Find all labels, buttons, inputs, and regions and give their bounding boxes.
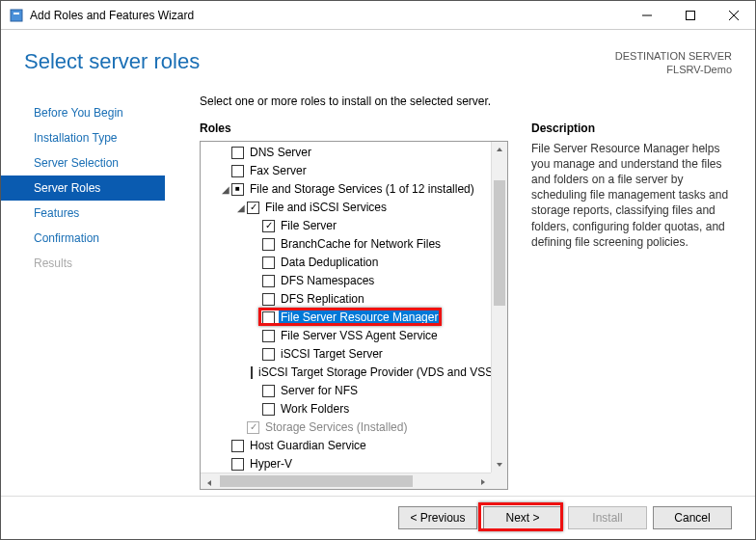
collapse-icon[interactable]: ◢: [235, 202, 247, 213]
checkbox[interactable]: [262, 293, 275, 306]
collapse-icon[interactable]: ◢: [220, 184, 231, 195]
footer: < Previous Next > Install Cancel: [1, 496, 755, 539]
checkbox[interactable]: [231, 440, 244, 452]
tree-node[interactable]: ◢File and iSCSI Services: [201, 199, 491, 217]
checkbox[interactable]: [231, 183, 244, 196]
install-button: Install: [568, 506, 647, 529]
tree-node-label[interactable]: iSCSI Target Server: [279, 347, 385, 361]
tree-node[interactable]: Server for NFS: [201, 382, 491, 400]
tree-node-label[interactable]: Server for NFS: [279, 384, 360, 397]
tree-node-label[interactable]: DFS Replication: [279, 292, 366, 306]
checkbox[interactable]: [247, 202, 259, 214]
app-icon: [9, 8, 24, 23]
step-installation-type[interactable]: Installation Type: [1, 125, 165, 150]
tree-node[interactable]: DNS Server: [201, 144, 491, 162]
instruction-text: Select one or more roles to install on t…: [200, 94, 732, 108]
roles-tree[interactable]: DNS ServerFax Server◢File and Storage Se…: [201, 142, 491, 472]
destination-label: DESTINATION SERVER: [615, 49, 732, 63]
tree-node[interactable]: Storage Services (Installed): [201, 418, 491, 437]
tree-node[interactable]: File Server Resource Manager: [201, 309, 491, 327]
checkbox[interactable]: [262, 238, 275, 251]
horizontal-scrollbar[interactable]: [201, 472, 491, 489]
tree-node-label[interactable]: Data Deduplication: [279, 256, 380, 269]
scroll-corner: [491, 472, 507, 489]
checkbox[interactable]: [262, 385, 275, 397]
description-heading: Description: [531, 122, 732, 135]
svg-rect-0: [11, 10, 22, 21]
tree-node[interactable]: Work Folders: [201, 400, 491, 418]
tree-node[interactable]: DFS Replication: [201, 290, 491, 309]
checkbox[interactable]: [231, 165, 244, 177]
tree-node[interactable]: iSCSI Target Server: [201, 345, 491, 364]
svg-marker-9: [481, 479, 485, 485]
svg-rect-1: [14, 13, 19, 14]
tree-node-label[interactable]: File Server: [279, 219, 338, 232]
scroll-up-icon[interactable]: [492, 142, 507, 158]
previous-button[interactable]: < Previous: [398, 506, 477, 529]
scroll-left-icon[interactable]: [201, 475, 217, 491]
checkbox[interactable]: [251, 366, 253, 379]
step-before-you-begin[interactable]: Before You Begin: [1, 100, 165, 125]
tree-node[interactable]: iSCSI Target Storage Provider (VDS and V…: [201, 364, 491, 382]
maximize-button[interactable]: [668, 1, 712, 29]
tree-node-label[interactable]: DFS Namespaces: [279, 274, 376, 287]
tree-node-label[interactable]: Fax Server: [248, 164, 309, 177]
tree-node-label[interactable]: Work Folders: [279, 402, 351, 416]
tree-node-label[interactable]: Storage Services (Installed): [263, 420, 409, 434]
tree-node-label[interactable]: File and Storage Services (1 of 12 insta…: [248, 182, 476, 196]
scroll-right-icon[interactable]: [474, 473, 491, 490]
tree-node[interactable]: Fax Server: [201, 162, 491, 180]
tree-node-label[interactable]: iSCSI Target Storage Provider (VDS and V…: [256, 365, 491, 379]
vertical-scrollbar[interactable]: [491, 142, 507, 472]
tree-node[interactable]: File Server VSS Agent Service: [201, 327, 491, 345]
next-button[interactable]: Next >: [483, 506, 562, 529]
tree-node-label[interactable]: Hyper-V: [248, 457, 294, 471]
checkbox[interactable]: [262, 220, 275, 232]
tree-node[interactable]: Host Guardian Service: [201, 437, 491, 455]
description-text: File Server Resource Manager helps you m…: [531, 141, 732, 250]
tree-node[interactable]: DFS Namespaces: [201, 272, 491, 290]
checkbox[interactable]: [262, 311, 275, 324]
minimize-button[interactable]: [625, 1, 668, 29]
tree-node-label[interactable]: File Server VSS Agent Service: [279, 329, 440, 342]
close-button[interactable]: [712, 1, 755, 29]
checkbox: [247, 421, 259, 434]
hscroll-thumb[interactable]: [220, 475, 413, 487]
tree-node[interactable]: Data Deduplication: [201, 254, 491, 272]
scroll-down-icon[interactable]: [492, 456, 507, 472]
roles-tree-container: DNS ServerFax Server◢File and Storage Se…: [200, 141, 508, 490]
checkbox[interactable]: [262, 256, 275, 269]
tree-node-label[interactable]: File Server Resource Manager: [279, 310, 440, 324]
roles-heading: Roles: [200, 122, 508, 135]
tree-node-label[interactable]: BranchCache for Network Files: [279, 237, 443, 251]
destination-info: DESTINATION SERVER FLSRV-Demo: [615, 49, 732, 77]
step-server-selection[interactable]: Server Selection: [1, 150, 165, 176]
svg-marker-8: [207, 480, 211, 486]
step-confirmation[interactable]: Confirmation: [1, 226, 165, 251]
tree-node[interactable]: File Server: [201, 217, 491, 235]
tree-node[interactable]: ◢File and Storage Services (1 of 12 inst…: [201, 180, 491, 199]
wizard-window: Add Roles and Features Wizard Select ser…: [0, 0, 756, 540]
svg-marker-7: [497, 463, 502, 467]
checkbox[interactable]: [231, 147, 244, 159]
cancel-button[interactable]: Cancel: [653, 506, 732, 529]
window-title: Add Roles and Features Wizard: [30, 9, 625, 22]
checkbox[interactable]: [262, 275, 275, 287]
titlebar: Add Roles and Features Wizard: [1, 1, 755, 30]
checkbox[interactable]: [262, 403, 275, 416]
checkbox[interactable]: [262, 330, 275, 342]
vscroll-thumb[interactable]: [494, 180, 505, 306]
checkbox[interactable]: [262, 348, 275, 361]
page-title: Select server roles: [24, 49, 200, 74]
tree-node[interactable]: BranchCache for Network Files: [201, 235, 491, 254]
tree-node-label[interactable]: Host Guardian Service: [248, 439, 368, 452]
tree-node-label[interactable]: File and iSCSI Services: [263, 201, 389, 214]
wizard-steps: Before You BeginInstallation TypeServer …: [1, 94, 165, 490]
tree-node[interactable]: Hyper-V: [201, 455, 491, 472]
svg-rect-3: [686, 11, 694, 19]
step-server-roles[interactable]: Server Roles: [1, 176, 165, 201]
step-features[interactable]: Features: [1, 201, 165, 226]
checkbox[interactable]: [231, 458, 244, 471]
tree-node-label[interactable]: DNS Server: [248, 146, 313, 159]
svg-marker-6: [497, 148, 502, 151]
